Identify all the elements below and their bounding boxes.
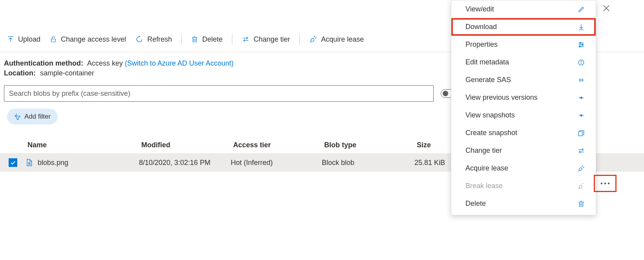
change-access-label: Change access level: [61, 35, 126, 44]
trash-icon: [191, 36, 198, 43]
menu-edit-metadata[interactable]: Edit metadata: [451, 53, 596, 71]
svg-rect-2: [51, 39, 56, 42]
svg-point-44: [601, 183, 603, 185]
change-tier-label: Change tier: [254, 35, 290, 44]
separator: [299, 34, 300, 45]
row-modified: 8/10/2020, 3:02:16 PM: [139, 159, 231, 167]
upload-button[interactable]: Upload: [7, 35, 40, 44]
plug-icon: [309, 35, 317, 43]
svg-point-28: [581, 97, 582, 99]
switch-auth-link[interactable]: (Switch to Azure AD User Account): [125, 59, 234, 67]
svg-line-9: [315, 37, 316, 38]
plug-icon: [577, 165, 586, 172]
menu-change-tier-label: Change tier: [465, 146, 502, 155]
acquire-lease-label: Acquire lease: [321, 35, 364, 44]
menu-create-snapshot-label: Create snapshot: [465, 129, 517, 137]
row-blob-type: Block blob: [322, 159, 414, 167]
col-name[interactable]: Name: [27, 141, 141, 149]
col-modified[interactable]: Modified: [141, 141, 233, 149]
menu-view-snapshots[interactable]: View snapshots: [451, 106, 596, 124]
row-name: blobs.png: [38, 159, 68, 167]
col-access-tier[interactable]: Access tier: [233, 141, 324, 149]
upload-icon: [7, 36, 14, 43]
menu-view-edit-label: View/edit: [465, 5, 494, 13]
menu-delete[interactable]: Delete: [451, 195, 596, 212]
auth-method-label: Authentication method:: [4, 59, 83, 67]
svg-line-34: [582, 165, 583, 167]
pencil-icon: [577, 6, 586, 13]
svg-line-8: [314, 36, 315, 37]
menu-change-tier[interactable]: Change tier: [451, 142, 596, 159]
filter-icon: [14, 113, 21, 120]
menu-view-snapshots-label: View snapshots: [465, 111, 515, 119]
location-value: sample-container: [40, 69, 94, 77]
add-filter-button[interactable]: Add filter: [7, 109, 58, 125]
menu-acquire-lease-label: Acquire lease: [465, 164, 508, 172]
sliders-icon: [577, 41, 586, 48]
menu-generate-sas[interactable]: Generate SAS: [451, 71, 596, 89]
change-access-button[interactable]: Change access level: [50, 35, 126, 44]
menu-download[interactable]: Download: [451, 18, 596, 36]
change-tier-button[interactable]: Change tier: [242, 35, 290, 44]
link-icon: [577, 77, 586, 84]
close-button[interactable]: [602, 4, 611, 13]
stack-icon: [577, 130, 586, 137]
eye-icon: [577, 95, 586, 101]
acquire-lease-button[interactable]: Acquire lease: [309, 35, 364, 44]
menu-edit-metadata-label: Edit metadata: [465, 58, 509, 66]
eye-icon: [577, 112, 586, 119]
refresh-icon: [135, 35, 143, 43]
add-filter-label: Add filter: [24, 113, 51, 121]
row-checkbox[interactable]: [9, 158, 17, 167]
trash-icon: [577, 200, 586, 207]
unplug-icon: [577, 183, 586, 190]
svg-line-39: [578, 188, 580, 189]
more-actions-button[interactable]: [595, 176, 615, 191]
download-icon: [577, 24, 586, 31]
search-input[interactable]: [4, 85, 434, 102]
auth-method-value: Access key: [87, 59, 123, 67]
svg-point-29: [581, 115, 582, 116]
menu-delete-label: Delete: [465, 200, 486, 208]
col-size[interactable]: Size: [417, 141, 456, 149]
location-label: Location:: [4, 69, 36, 77]
delete-button[interactable]: Delete: [191, 35, 223, 44]
svg-rect-30: [578, 132, 583, 136]
menu-generate-sas-label: Generate SAS: [465, 76, 511, 84]
info-icon: [577, 59, 586, 66]
svg-line-36: [578, 170, 580, 171]
svg-point-27: [581, 60, 582, 61]
menu-view-versions[interactable]: View previous versions: [451, 89, 596, 106]
svg-line-10: [310, 41, 311, 42]
file-icon: [25, 158, 33, 167]
svg-line-38: [582, 183, 583, 184]
swap-icon: [242, 36, 250, 43]
separator: [181, 34, 182, 45]
menu-view-edit[interactable]: View/edit: [451, 0, 596, 18]
menu-break-lease-label: Break lease: [465, 182, 503, 190]
svg-point-45: [604, 183, 606, 185]
menu-properties-label: Properties: [465, 40, 498, 49]
upload-label: Upload: [18, 35, 40, 44]
menu-view-versions-label: View previous versions: [465, 93, 538, 102]
col-blob-type[interactable]: Blob type: [324, 141, 417, 149]
refresh-button[interactable]: Refresh: [135, 35, 172, 44]
menu-acquire-lease[interactable]: Acquire lease: [451, 159, 596, 177]
row-access-tier: Hot (Inferred): [231, 159, 322, 167]
menu-properties[interactable]: Properties: [451, 36, 596, 53]
svg-point-46: [608, 183, 610, 185]
menu-download-label: Download: [465, 23, 497, 31]
swap-icon: [577, 147, 586, 154]
separator: [232, 34, 232, 45]
menu-break-lease: Break lease: [451, 177, 596, 195]
lock-icon: [50, 36, 57, 43]
refresh-label: Refresh: [147, 35, 172, 44]
context-menu: View/edit Download Properties Edit metad…: [451, 0, 596, 215]
svg-line-35: [583, 167, 584, 168]
row-size: 25.81 KiB: [414, 159, 454, 167]
delete-label: Delete: [202, 35, 223, 44]
menu-create-snapshot[interactable]: Create snapshot: [451, 124, 596, 142]
svg-marker-13: [15, 116, 20, 120]
